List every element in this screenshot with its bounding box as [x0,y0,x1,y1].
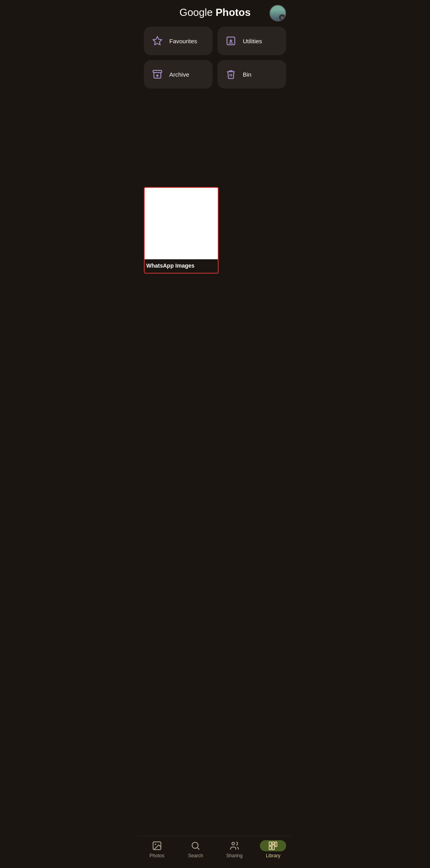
archive-icon [152,69,163,80]
middle-spacer [138,96,292,184]
archive-label: Archive [169,71,189,78]
whatsapp-images-album[interactable]: WhatsApp Images [144,187,219,274]
svg-marker-0 [153,37,162,45]
app-header: Google Photos ⊘ [138,0,292,23]
app-title-bold: Photos [215,6,250,18]
app-title-normal: Google [179,6,215,18]
avatar-badge: ⊘ [279,14,285,21]
favourites-button[interactable]: Favourites [144,27,213,55]
utilities-label: Utilities [243,38,262,44]
svg-rect-4 [153,70,162,72]
quick-access-grid: Favourites Utilities [138,23,292,96]
bin-label: Bin [243,71,252,78]
bin-icon [225,69,236,80]
star-icon [152,35,163,46]
avatar[interactable]: ⊘ [269,5,286,21]
bin-button[interactable]: Bin [217,60,286,89]
utilities-icon [225,35,236,46]
albums-section: WhatsApp Images [138,184,292,277]
album-title: WhatsApp Images [145,259,218,273]
app-title: Google Photos [179,6,250,19]
album-thumbnail [145,188,218,259]
avatar-container[interactable]: ⊘ [269,5,286,21]
favourites-label: Favourites [169,38,197,44]
archive-button[interactable]: Archive [144,60,213,89]
utilities-button[interactable]: Utilities [217,27,286,55]
